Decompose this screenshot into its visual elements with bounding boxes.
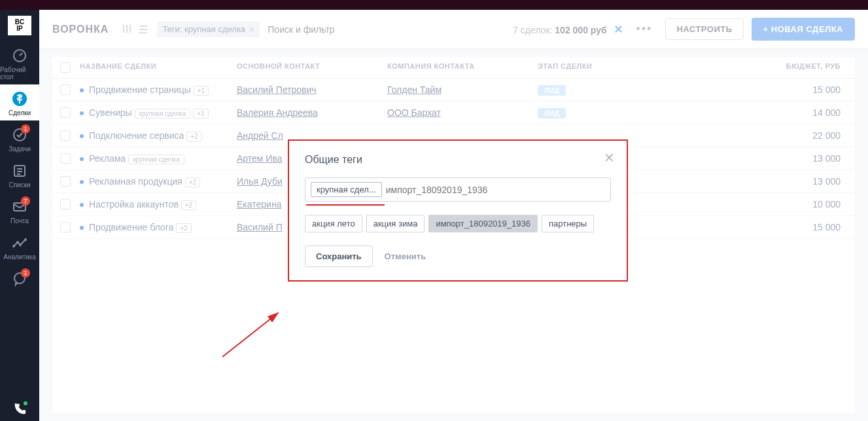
budget-value: 13 000: [780, 153, 847, 164]
company-link[interactable]: Голден Тайм: [387, 84, 442, 95]
tag-count: +2: [185, 177, 200, 187]
save-button[interactable]: Сохранить: [305, 246, 373, 267]
modal-title: Общие теги: [305, 154, 611, 166]
nav-label: Списки: [9, 181, 30, 189]
row-checkbox[interactable]: [60, 176, 71, 187]
badge: 7: [21, 196, 30, 206]
budget-value: 15 000: [780, 84, 847, 95]
company-link[interactable]: ООО Бархат: [387, 107, 441, 118]
deal-name[interactable]: Настройка аккаунтов: [89, 199, 179, 210]
tag-input-container[interactable]: крупная сдел...: [305, 177, 611, 202]
row-checkbox[interactable]: [60, 107, 71, 118]
columns-icon: [122, 24, 132, 34]
svg-point-5: [13, 246, 14, 247]
table-row[interactable]: Сувенирыкрупная сделка+1 Валерия Андреев…: [52, 101, 855, 124]
filter-tag-label: Теги: крупная сделка: [162, 24, 245, 34]
row-checkbox[interactable]: [60, 130, 71, 141]
row-checkbox[interactable]: [60, 153, 71, 164]
logo-text-2: IP: [16, 26, 22, 32]
nav-analytics[interactable]: Аналитика: [0, 229, 39, 265]
deal-name[interactable]: Рекламная продукция: [89, 176, 182, 187]
row-checkbox[interactable]: [60, 199, 71, 210]
nav-label: Аналитика: [3, 253, 36, 261]
nav-label: Задачи: [9, 145, 31, 153]
close-icon[interactable]: ×: [249, 24, 254, 35]
filter-tag[interactable]: Теги: крупная сделка ×: [157, 22, 260, 37]
cancel-button[interactable]: Отменить: [379, 246, 432, 267]
nav-lists[interactable]: Списки: [0, 156, 39, 192]
annotation-arrow: [219, 308, 285, 360]
deal-tag: крупная сделка: [128, 155, 184, 164]
deal-name[interactable]: Реклама: [89, 153, 126, 164]
row-checkbox[interactable]: [60, 84, 71, 95]
suggestion-tag[interactable]: акция лето: [305, 215, 362, 232]
status-dot: [80, 88, 84, 92]
nav-label: Сделки: [9, 109, 31, 117]
gauge-icon: [12, 48, 27, 64]
menu-icon: [137, 24, 149, 35]
nav-dashboard[interactable]: Рабочий стол: [0, 41, 39, 84]
annotation-underline: [306, 204, 385, 206]
select-all-checkbox[interactable]: [60, 62, 71, 73]
suggestion-tag[interactable]: импорт_18092019_1936: [428, 215, 538, 232]
nav-label: Рабочий стол: [0, 66, 39, 81]
settings-button[interactable]: НАСТРОИТЬ: [665, 18, 743, 40]
stage-badge: ЛИД: [538, 108, 566, 119]
contact-link[interactable]: Екатерина: [237, 199, 281, 210]
view-toggle[interactable]: [122, 24, 149, 35]
nav-chat[interactable]: 1: [0, 265, 39, 291]
chat-icon: 1: [12, 271, 27, 287]
suggestion-tag[interactable]: акция зима: [366, 215, 425, 232]
stats-amount: 102 000 руб: [555, 25, 606, 35]
clear-filter-icon[interactable]: ✕: [614, 23, 623, 36]
phone-icon: [12, 401, 27, 417]
status-dot: [80, 157, 84, 161]
search-input[interactable]: [268, 24, 398, 35]
online-indicator: [22, 400, 29, 407]
tag-suggestions: акция летоакция зимаимпорт_18092019_1936…: [305, 215, 611, 232]
deal-name[interactable]: Продвижение страницы: [89, 84, 191, 95]
deal-name[interactable]: Подключение сервиса: [89, 130, 184, 141]
chart-icon: [12, 235, 27, 251]
table-row[interactable]: Продвижение страницы+1 Василий Петрович …: [52, 79, 855, 101]
budget-value: 14 000: [780, 107, 847, 118]
new-deal-button[interactable]: + НОВАЯ СДЕЛКА: [752, 18, 855, 41]
modal-close-icon[interactable]: ✕: [604, 150, 615, 166]
col-budget[interactable]: БЮДЖЕТ, РУБ: [780, 62, 847, 73]
tags-modal: ✕ Общие теги крупная сдел... акция летоа…: [288, 139, 628, 282]
col-name[interactable]: НАЗВАНИЕ СДЕЛКИ: [80, 62, 237, 73]
col-company[interactable]: КОМПАНИЯ КОНТАКТА: [387, 62, 538, 73]
deal-name[interactable]: Продвижение блога: [89, 222, 173, 232]
sidebar: BCIP Рабочий стол Сделки 1 Задачи Списки…: [0, 10, 39, 421]
contact-link[interactable]: Василий Петрович: [237, 84, 317, 95]
contact-link[interactable]: Андрей Сл: [237, 130, 283, 141]
svg-point-7: [20, 244, 21, 246]
budget-value: 15 000: [780, 222, 847, 232]
status-dot: [80, 134, 84, 138]
contact-link[interactable]: Валерия Андреева: [237, 107, 318, 118]
nav-label: Почта: [10, 217, 29, 225]
nav-mail[interactable]: 7 Почта: [0, 192, 39, 229]
contact-link[interactable]: Илья Дуби: [237, 176, 283, 187]
suggestion-tag[interactable]: партнеры: [542, 215, 594, 232]
deal-name[interactable]: Сувениры: [89, 107, 132, 118]
header: ВОРОНКА Теги: крупная сделка × 7 сделок:…: [39, 10, 868, 49]
contact-link[interactable]: Василий П: [237, 222, 283, 232]
budget-value: 22 000: [780, 130, 847, 141]
nav-tasks[interactable]: 1 Задачи: [0, 120, 39, 156]
selected-tag[interactable]: крупная сдел...: [311, 182, 382, 197]
tag-input[interactable]: [386, 185, 605, 195]
tag-count: +2: [176, 223, 191, 233]
badge: 1: [21, 268, 30, 278]
status-dot: [80, 226, 84, 230]
col-stage[interactable]: ЭТАП СДЕЛКИ: [538, 62, 780, 73]
contact-link[interactable]: Артем Ива: [237, 153, 283, 164]
nav-deals[interactable]: Сделки: [0, 84, 39, 120]
row-checkbox[interactable]: [60, 222, 71, 232]
nav-phone[interactable]: [0, 395, 39, 421]
deal-tag: крупная сделка: [135, 109, 191, 119]
more-icon[interactable]: •••: [636, 22, 653, 36]
stats-count: 7 сделок:: [513, 25, 552, 35]
check-circle-icon: 1: [12, 127, 27, 143]
col-contact[interactable]: ОСНОВНОЙ КОНТАКТ: [237, 62, 387, 73]
